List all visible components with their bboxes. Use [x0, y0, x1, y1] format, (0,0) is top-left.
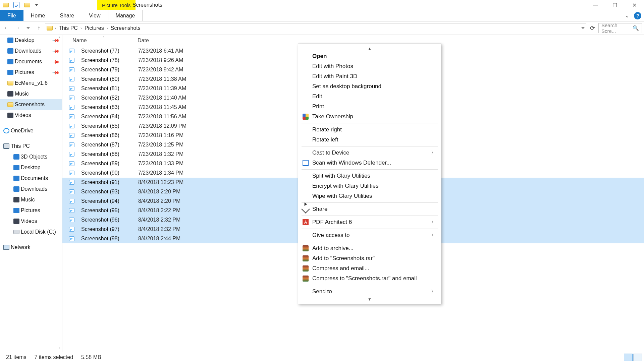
sidebar-item-desktop[interactable]: Desktop [0, 162, 62, 173]
maximize-button[interactable]: ☐ [605, 0, 625, 10]
disk-icon [13, 230, 19, 234]
chevron-right-icon[interactable]: › [80, 26, 82, 31]
details-view-button[interactable] [624, 354, 633, 361]
back-button[interactable]: ← [2, 23, 11, 33]
sidebar-item-label: Downloads [15, 48, 41, 54]
column-name[interactable]: Name˄ [62, 38, 138, 44]
sidebar-item-label: Downloads [21, 186, 47, 192]
tab-manage[interactable]: Manage [108, 10, 143, 21]
menu-item-edit[interactable]: Edit [298, 92, 441, 102]
file-name: Screenshot (86) [81, 132, 138, 138]
breadcrumb-this-pc[interactable]: This PC [57, 25, 80, 31]
address-dropdown-icon[interactable] [581, 27, 585, 29]
menu-item-add-to-screenshots-rar[interactable]: Add to "Screenshots.rar" [298, 253, 441, 263]
menu-item-compress-to-screenshots-rar-and-email[interactable]: Compress to "Screenshots.rar" and email [298, 274, 441, 284]
sidebar-onedrive[interactable]: OneDrive [0, 125, 62, 136]
sidebar-item-videos[interactable]: Videos [0, 110, 62, 121]
menu-item-label: Open [312, 53, 327, 60]
refresh-button[interactable]: ⟳ [588, 23, 597, 33]
tab-home[interactable]: Home [23, 10, 53, 21]
sidebar-item-music[interactable]: Music [0, 194, 62, 205]
menu-item-encrypt-with-glary-utilities[interactable]: Encrypt with Glary Utilities [298, 181, 441, 191]
blue-icon [7, 70, 13, 75]
sidebar-item-music[interactable]: Music [0, 88, 62, 99]
tab-view[interactable]: View [82, 10, 108, 21]
menu-item-compress-and-email[interactable]: Compress and email... [298, 263, 441, 274]
menu-item-print[interactable]: Print [298, 102, 441, 112]
close-button[interactable]: ✕ [625, 0, 644, 10]
menu-item-open[interactable]: Open [298, 51, 441, 61]
menu-item-set-as-desktop-background[interactable]: Set as desktop background [298, 81, 441, 92]
sidebar-item-pictures[interactable]: Pictures [0, 205, 62, 216]
menu-item-add-to-archive[interactable]: Add to archive... [298, 243, 441, 253]
menu-item-label: Rotate right [312, 126, 342, 133]
file-date: 8/4/2018 2:22 PM [138, 207, 219, 214]
menu-item-pdf-architect-6[interactable]: APDF Architect 6〉 [298, 217, 441, 227]
menu-item-label: Edit [312, 93, 322, 100]
recent-locations-dropdown[interactable] [23, 23, 33, 33]
sidebar-item-documents[interactable]: Documents📌 [0, 56, 62, 67]
sidebar-item-downloads[interactable]: Downloads [0, 184, 62, 194]
menu-item-give-access-to[interactable]: Give access to〉 [298, 230, 441, 240]
sidebar-item-videos[interactable]: Videos [0, 216, 62, 227]
sidebar-item-downloads[interactable]: Downloads📌 [0, 46, 62, 56]
file-name: Screenshot (82) [81, 95, 138, 101]
menu-item-edit-with-photos[interactable]: Edit with Photos [298, 61, 441, 71]
properties-icon[interactable] [13, 2, 19, 8]
breadcrumb-screenshots[interactable]: Screenshots [109, 25, 143, 31]
file-name: Screenshot (77) [81, 48, 138, 54]
minimize-button[interactable]: — [586, 0, 605, 10]
chevron-right-icon[interactable]: › [55, 26, 56, 31]
sidebar-this-pc[interactable]: This PC [0, 141, 62, 152]
menu-scroll-down-icon[interactable]: ▼ [298, 297, 441, 302]
scroll-down-icon[interactable]: ˅ [57, 347, 61, 351]
help-button[interactable]: ? [634, 12, 641, 19]
sidebar-item-desktop[interactable]: Desktop📌 [0, 35, 62, 46]
file-name: Screenshot (97) [81, 226, 138, 232]
file-date: 8/4/2018 2:44 PM [138, 236, 219, 242]
menu-item-send-to[interactable]: Send to〉 [298, 287, 441, 297]
menu-item-wipe-with-glary-utilities[interactable]: Wipe with Glary Utilities [298, 191, 441, 201]
column-date[interactable]: Date [138, 38, 218, 44]
menu-separator [302, 202, 438, 203]
chevron-right-icon[interactable]: › [107, 26, 108, 31]
sidebar-item-pictures[interactable]: Pictures📌 [0, 67, 62, 78]
forward-button[interactable]: → [13, 23, 22, 33]
sidebar-item-3d-objects[interactable]: 3D Objects [0, 152, 62, 162]
menu-item-cast-to-device[interactable]: Cast to Device〉 [298, 148, 441, 158]
breadcrumb-pictures[interactable]: Pictures [83, 25, 106, 31]
up-button[interactable]: ↑ [34, 23, 44, 33]
image-file-icon [69, 189, 74, 194]
collapse-ribbon-icon[interactable]: ⌄ [625, 13, 629, 18]
menu-scroll-up-icon[interactable]: ▲ [298, 46, 441, 51]
menu-item-split-with-glary-utilities[interactable]: Split with Glary Utilities [298, 171, 441, 181]
sidebar-item-label: Music [15, 91, 29, 97]
qat-dropdown-icon[interactable] [35, 4, 38, 6]
tab-share[interactable]: Share [52, 10, 82, 21]
cloud-icon [3, 128, 9, 133]
blue-icon [13, 176, 19, 181]
sidebar-item-label: Desktop [15, 37, 35, 43]
menu-item-rotate-left[interactable]: Rotate left [298, 135, 441, 145]
menu-separator [302, 229, 438, 229]
sidebar-item-screenshots[interactable]: Screenshots [0, 99, 62, 110]
menu-item-share[interactable]: Share [298, 204, 441, 214]
thumbnails-view-button[interactable] [633, 354, 642, 361]
breadcrumb-bar[interactable]: › This PC › Pictures › Screenshots [45, 23, 586, 33]
sidebar-item-local-disk-c-[interactable]: Local Disk (C:) [0, 227, 62, 237]
new-folder-icon[interactable] [24, 3, 30, 7]
blue-icon [7, 38, 13, 43]
sidebar-network[interactable]: Network [0, 242, 62, 253]
search-input[interactable]: Search Scre... 🔍 [598, 23, 642, 33]
file-date: 7/23/2018 6:41 AM [138, 48, 219, 54]
menu-item-edit-with-paint-3d[interactable]: Edit with Paint 3D [298, 71, 441, 81]
blue-icon [13, 208, 19, 213]
image-file-icon [69, 227, 74, 232]
menu-item-rotate-right[interactable]: Rotate right [298, 125, 441, 135]
sidebar-item-documents[interactable]: Documents [0, 173, 62, 184]
menu-item-take-ownership[interactable]: Take Ownership [298, 112, 441, 122]
sidebar-item-ecmenu-v1-6[interactable]: EcMenu_v1.6 [0, 78, 62, 88]
menu-item-scan-with-windows-defender[interactable]: Scan with Windows Defender... [298, 158, 441, 168]
file-date: 7/23/2018 11:39 AM [138, 85, 219, 92]
tab-file[interactable]: File [0, 10, 23, 21]
